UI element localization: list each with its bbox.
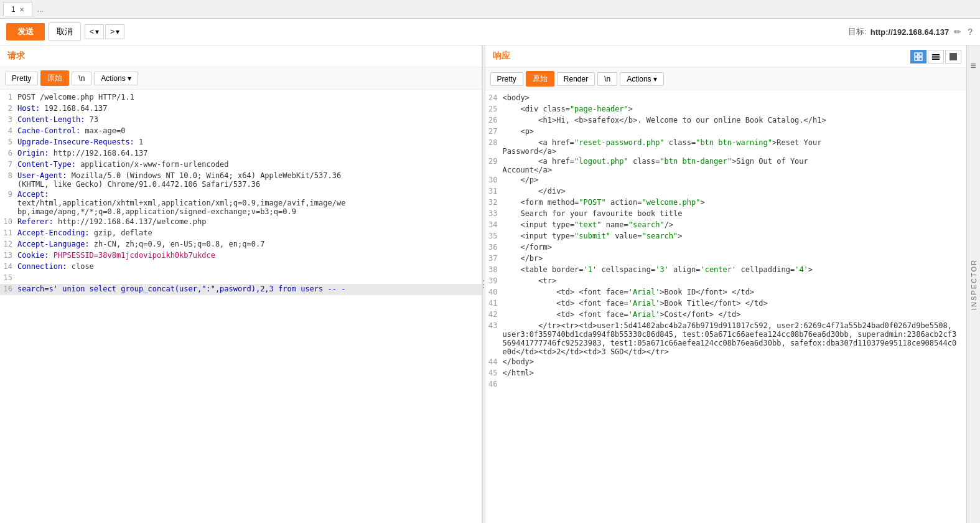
table-row: 46: [485, 379, 967, 390]
line-content: <div class="page-header">: [503, 105, 967, 115]
table-row: 1POST /welcome.php HTTP/1.1: [0, 92, 482, 103]
prev-dropdown-icon: ▾: [95, 27, 99, 36]
request-tab-pretty[interactable]: Pretty: [5, 72, 38, 85]
table-row: 29 <a href="logout.php" class="btn btn-d…: [485, 156, 967, 175]
table-row: 9Accept: text/html,application/xhtml+xml…: [0, 189, 482, 217]
line-content: <input type="text" name="search"/>: [503, 220, 967, 230]
line-content: </form>: [503, 243, 967, 253]
line-number: 36: [485, 243, 503, 253]
table-row: 31 </div>: [485, 186, 967, 197]
line-content: <td> <font face='Arial'>Cost</font> </td…: [503, 310, 967, 320]
next-label: >: [110, 27, 114, 36]
line-content: Upgrade-Insecure-Requests: 1: [17, 138, 482, 148]
table-row: 16search=s' union select group_concat(us…: [0, 284, 482, 295]
line-content: <table border='1' cellspacing='3' align=…: [503, 265, 967, 275]
line-number: 34: [485, 220, 503, 230]
line-number: 35: [485, 232, 503, 242]
line-number: 10: [0, 217, 17, 227]
help-button[interactable]: ?: [966, 26, 974, 38]
line-number: 33: [485, 209, 503, 219]
svg-rect-4: [932, 54, 940, 55]
inspector-menu-icon[interactable]: ≡: [966, 59, 980, 73]
toolbar: 发送 取消 < ▾ > ▾ 目标: http://192.168.64.137 …: [0, 19, 980, 45]
line-number: 39: [485, 276, 503, 286]
line-content: </br>: [503, 254, 967, 264]
line-content: <td> <font face='Arial'>Book Title</font…: [503, 299, 967, 309]
line-content: <input type="submit" value="search">: [503, 232, 967, 242]
request-tab-n[interactable]: \n: [72, 72, 91, 85]
table-row: 25 <div class="page-header">: [485, 104, 967, 115]
line-number: 45: [485, 369, 503, 379]
next-button[interactable]: > ▾: [105, 24, 124, 39]
response-tab-pretty[interactable]: Pretty: [490, 72, 523, 86]
table-row: 13Cookie: PHPSESSID=38v8m1jcdovipoikh0kb…: [0, 250, 482, 262]
view-grid-button[interactable]: [910, 50, 926, 64]
edit-target-button[interactable]: ✏: [953, 26, 963, 38]
line-number: 25: [485, 105, 503, 115]
response-tab-raw[interactable]: 原始: [526, 71, 554, 87]
line-number: 26: [485, 116, 503, 126]
line-content: <tr>: [503, 276, 967, 286]
svg-rect-7: [950, 53, 957, 60]
table-row: 27 <p>: [485, 126, 967, 138]
tab-more[interactable]: ...: [32, 2, 49, 16]
response-tab-n[interactable]: \n: [597, 72, 617, 86]
line-number: 32: [485, 198, 503, 208]
line-number: 3: [0, 115, 17, 125]
request-body[interactable]: 1POST /welcome.php HTTP/1.12Host: 192.16…: [0, 90, 482, 523]
line-content: [17, 273, 482, 283]
line-content: Host: 192.168.64.137: [17, 104, 482, 114]
table-row: 39 <tr>: [485, 276, 967, 287]
view-toggle: [910, 50, 966, 64]
svg-rect-5: [932, 56, 940, 57]
response-tab-actions[interactable]: Actions ▾: [620, 72, 663, 86]
response-body[interactable]: 24<body>25 <div class="page-header">26 <…: [485, 90, 967, 523]
line-number: 15: [0, 273, 17, 283]
table-row: 40 <td> <font face='Arial'>Book ID</font…: [485, 287, 967, 298]
line-content: Accept-Encoding: gzip, deflate: [17, 229, 482, 238]
line-content: Origin: http://192.168.64.137: [17, 149, 482, 159]
table-row: 26 <h1>Hi, <b>safefox</b>. Welcome to ou…: [485, 115, 967, 126]
request-header: 请求: [0, 45, 482, 67]
line-content: Cache-Control: max-age=0: [17, 126, 482, 136]
tab-1-close[interactable]: ✕: [19, 6, 24, 13]
view-list-button[interactable]: [928, 50, 944, 64]
table-row: 30 </p>: [485, 175, 967, 186]
line-number: 40: [485, 288, 503, 298]
view-panel-button[interactable]: [945, 50, 961, 64]
target-url: http://192.168.64.137: [870, 27, 949, 37]
line-content: Accept: text/html,application/xhtml+xml,…: [17, 190, 482, 216]
request-tab-actions[interactable]: Actions ▾: [94, 72, 138, 85]
line-content: Accept-Language: zh-CN, zh;q=0.9, en-US;…: [17, 240, 482, 250]
table-row: 2Host: 192.168.64.137: [0, 103, 482, 115]
response-toolbar: Pretty 原始 Render \n Actions ▾: [485, 68, 967, 90]
response-panel: 响应 Pretty 原始 Render \n Actions ▾: [485, 45, 967, 523]
line-content: <td> <font face='Arial'>Book ID</font> <…: [503, 288, 967, 298]
tab-1[interactable]: 1 ✕: [3, 2, 32, 16]
table-row: 3Content-Length: 73: [0, 115, 482, 126]
line-content: [503, 380, 967, 390]
cancel-button[interactable]: 取消: [49, 22, 81, 41]
line-number: 16: [0, 285, 17, 294]
table-row: 34 <input type="text" name="search"/>: [485, 220, 967, 231]
table-row: 11Accept-Encoding: gzip, deflate: [0, 228, 482, 239]
line-number: 1: [0, 93, 17, 103]
send-button[interactable]: 发送: [6, 23, 45, 40]
line-number: 27: [485, 127, 503, 137]
prev-button[interactable]: < ▾: [85, 24, 104, 39]
line-number: 4: [0, 126, 17, 136]
table-row: 24<body>: [485, 93, 967, 104]
line-number: 37: [485, 254, 503, 264]
table-row: 28 <a href="reset-password.php" class="b…: [485, 138, 967, 156]
nav-group: < ▾ > ▾: [85, 24, 124, 39]
request-tab-raw[interactable]: 原始: [40, 70, 69, 86]
table-row: 35 <input type="submit" value="search">: [485, 231, 967, 242]
line-number: 44: [485, 357, 503, 367]
line-content: <form method="POST" action="welcome.php"…: [503, 198, 967, 208]
line-content: User-Agent: Mozilla/5.0 (Windows NT 10.0…: [17, 171, 482, 189]
line-number: 6: [0, 149, 17, 159]
response-tab-render[interactable]: Render: [557, 72, 595, 86]
table-row: 8User-Agent: Mozilla/5.0 (Windows NT 10.…: [0, 171, 482, 189]
response-actions-dropdown-icon: ▾: [653, 75, 657, 83]
table-row: 10Referer: http://192.168.64.137/welcome…: [0, 217, 482, 228]
